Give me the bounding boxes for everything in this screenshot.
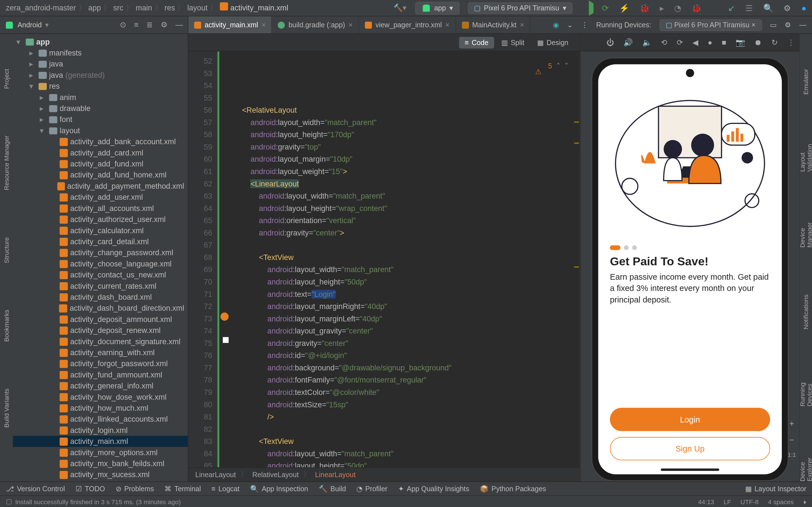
settings-icon[interactable]: ⚙ (783, 3, 791, 12)
bottom-tool-tab[interactable]: ⊘Problems (116, 485, 154, 493)
tree-file[interactable]: activity_add_user.xml (13, 191, 188, 203)
bottom-tool-tab[interactable]: ◔Profiler (356, 485, 388, 493)
tab-overflow-icon[interactable]: ⋮ (581, 21, 588, 29)
code-area[interactable]: ⚠ 5 ˄ ˅ <RelativeLayout android:layout_w… (218, 52, 580, 467)
tree-folder[interactable]: ▸manifests (13, 47, 188, 58)
debug-icon[interactable]: 🐞 (640, 3, 649, 12)
file-encoding[interactable]: UTF-8 (741, 498, 759, 505)
tree-root[interactable]: ▾ app (13, 36, 188, 47)
tree-file[interactable]: activity_llinked_accounts.xml (13, 413, 188, 425)
tree-file[interactable]: activity_dash_board_direction.xml (13, 302, 188, 314)
volume-down-icon[interactable]: 🔈 (642, 38, 652, 47)
bottom-tool-tab[interactable]: 🔍App Inspection (250, 485, 308, 493)
tree-file[interactable]: activity_contact_us_new.xml (13, 269, 188, 280)
tree-file[interactable]: activity_more_options.xml (13, 447, 188, 458)
project-tree[interactable]: ▾ app ▸manifests▸java▸java (generated)▾r… (13, 34, 188, 482)
bottom-tool-tab[interactable]: ✦App Quality Insights (398, 485, 469, 493)
tree-file[interactable]: activity_mx_bank_feilds.xml (13, 458, 188, 469)
breadcrumb-segment[interactable]: main (136, 3, 152, 12)
device-screen[interactable]: Get Paid To Save! Earn passive income ev… (598, 64, 782, 474)
indent-setting[interactable]: 4 spaces (768, 498, 794, 505)
expand-all-icon[interactable]: ≡ (134, 20, 139, 29)
breadcrumb-segment[interactable]: res (164, 3, 175, 12)
close-tab-icon[interactable]: × (262, 21, 266, 29)
tool-window-tab[interactable]: Device Explorer (799, 453, 812, 482)
tree-folder[interactable]: ▸font (13, 114, 188, 125)
tree-file[interactable]: activity_document_signature.xml (13, 336, 188, 347)
view-mode-split[interactable]: ▥ Split (495, 37, 530, 48)
view-mode-code[interactable]: ≡ Code (459, 37, 494, 48)
breadcrumb-segment[interactable]: src (113, 3, 123, 12)
tool-window-tab[interactable]: Bookmarks (3, 310, 10, 342)
tree-file[interactable]: activity_forgot_password.xml (13, 358, 188, 369)
tab-dropdown-icon[interactable]: ⌄ (567, 21, 573, 29)
stop-icon[interactable] (712, 3, 720, 12)
back-icon[interactable]: ◀ (693, 38, 698, 47)
prev-highlight-icon[interactable]: ˄ (557, 60, 560, 72)
build-hammer-icon[interactable]: 🔨▾ (393, 3, 407, 12)
zoom-reset[interactable]: 1:1 (788, 452, 796, 458)
project-view-mode[interactable]: Android (17, 21, 42, 29)
hide-panel-icon[interactable]: — (175, 20, 183, 29)
bottom-tool-tab[interactable]: 🔨Build (319, 485, 346, 493)
tree-folder[interactable]: ▸java (generated) (13, 69, 188, 80)
tree-file[interactable]: activity_current_rates.xml (13, 281, 188, 291)
tool-window-tab[interactable]: Emulator (802, 69, 809, 95)
tree-folder[interactable]: ▾layout (13, 125, 188, 136)
inspection-badge[interactable]: ⚠ 5 ˄ ˅ (515, 54, 568, 78)
tree-file[interactable]: activity_main.xml (13, 436, 188, 447)
record-icon[interactable]: ⏺ (754, 38, 762, 47)
run-icon[interactable] (581, 3, 594, 12)
tool-window-tab[interactable]: Device Manager (799, 219, 812, 247)
rotate-left-icon[interactable]: ⟲ (661, 38, 667, 47)
apply-code-changes-icon[interactable]: ⚡ (619, 3, 629, 12)
browser-preview-icon[interactable]: ◉ (553, 21, 559, 29)
bottom-tool-tab[interactable]: ⎇Version Control (6, 485, 65, 493)
tree-file[interactable]: activity_change_password.xml (13, 247, 188, 258)
minimize-panel-icon[interactable]: — (799, 21, 806, 29)
tree-file[interactable]: activity_fund_ammount.xml (13, 369, 188, 380)
editor-tab[interactable]: MainActivity.kt× (456, 16, 530, 33)
breadcrumb-segment[interactable]: activity_main.xml (220, 3, 289, 12)
collapse-all-icon[interactable]: ≣ (146, 20, 153, 29)
select-opened-file-icon[interactable]: ⊙ (120, 20, 126, 29)
close-tab-icon[interactable]: × (349, 21, 353, 29)
tree-file[interactable]: activity_add_card.xml (13, 147, 188, 158)
tree-file[interactable]: activity_general_info.xml (13, 380, 188, 391)
tree-file[interactable]: activity_choose_language.xml (13, 258, 188, 269)
tool-window-tab[interactable]: Structure (3, 237, 10, 263)
gesture-bar[interactable] (661, 468, 719, 471)
sync-icon[interactable]: ☰ (746, 3, 753, 12)
caret-position[interactable]: 44:13 (698, 498, 714, 505)
editor-tab[interactable]: build.gradle (:app)× (272, 16, 359, 33)
tool-window-tab[interactable]: Build Variants (3, 389, 10, 428)
home-icon[interactable]: ● (708, 38, 712, 47)
tool-window-tab[interactable]: Running Devices (799, 376, 812, 406)
account-icon[interactable]: ● (801, 3, 806, 12)
layout-breadcrumb[interactable]: LinearLayout〉RelativeLayout〉LinearLayout (188, 467, 580, 482)
tree-file[interactable]: activity_add_fund_home.xml (13, 169, 188, 180)
view-mode-design[interactable]: ▦ Design (531, 37, 574, 48)
login-button[interactable]: Login (610, 408, 770, 431)
bottom-tool-tab[interactable]: 📦Python Packages (480, 485, 546, 493)
running-device-tab[interactable]: ▢ Pixel 6 Pro API Tiramisu × (659, 19, 762, 31)
volume-up-icon[interactable]: 🔊 (623, 38, 633, 47)
profile-icon[interactable]: ◔ (674, 3, 681, 12)
tree-folder[interactable]: ▸drawable (13, 103, 188, 114)
more-icon[interactable]: ⋮ (787, 38, 795, 47)
tree-file[interactable]: activity_dash_board.xml (13, 291, 188, 302)
search-icon[interactable]: 🔍 (763, 3, 773, 12)
device-selector[interactable]: ▢ Pixel 6 Pro API Tiramisu▾ (467, 2, 573, 13)
tree-file[interactable]: activity_add_fund.xml (13, 158, 188, 169)
tool-window-tab[interactable]: Layout Validation (799, 142, 812, 172)
zoom-in-icon[interactable]: + (790, 419, 794, 428)
overview-icon[interactable]: ■ (722, 38, 726, 47)
close-tab-icon[interactable]: × (520, 21, 524, 29)
bottom-tool-tab[interactable]: ⌘Terminal (164, 485, 201, 493)
breadcrumb-segment[interactable]: layout (187, 3, 207, 12)
tree-file[interactable]: activity_deposit_ammount.xml (13, 314, 188, 325)
readonly-lock-icon[interactable]: ♦ (803, 498, 806, 505)
layout-crumb-item[interactable]: RelativeLayout (252, 471, 299, 479)
tree-file[interactable]: activity_how_much.xml (13, 402, 188, 413)
bottom-tool-tab[interactable]: ≡Logcat (211, 485, 240, 493)
